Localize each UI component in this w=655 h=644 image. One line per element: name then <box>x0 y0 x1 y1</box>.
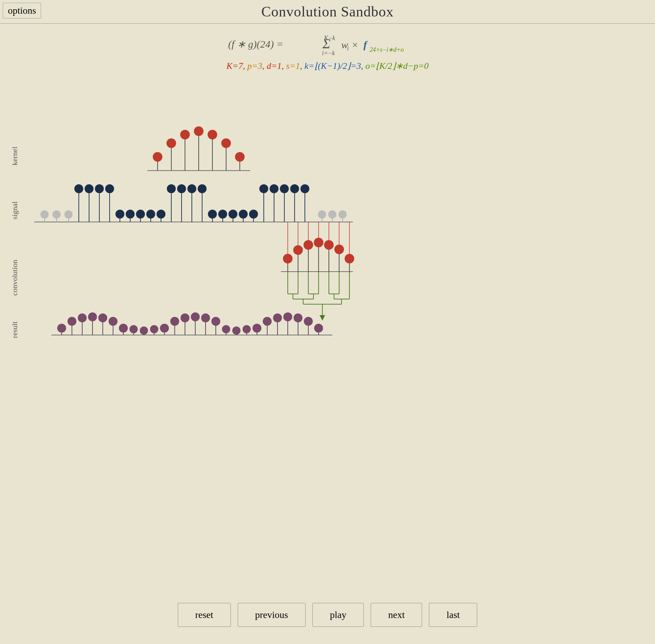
next-button[interactable]: next <box>371 603 422 627</box>
svg-point-74 <box>290 184 299 193</box>
svg-point-85 <box>318 210 326 219</box>
previous-button[interactable]: previous <box>238 603 306 627</box>
svg-point-30 <box>64 210 73 219</box>
svg-point-13 <box>166 138 176 148</box>
svg-point-159 <box>222 325 230 333</box>
svg-point-151 <box>181 313 189 322</box>
svg-point-28 <box>52 210 61 219</box>
svg-point-87 <box>328 210 336 219</box>
svg-text:24×s−i∗d+o: 24×s−i∗d+o <box>370 46 404 53</box>
svg-point-92 <box>283 254 293 263</box>
svg-point-157 <box>211 317 220 326</box>
svg-point-70 <box>270 184 279 193</box>
svg-point-64 <box>239 210 248 219</box>
svg-point-98 <box>314 238 323 247</box>
formula-params: K=7, p=3, d=1, s=1, k=⌊(K−1)/2⌋=3, o=⌊K/… <box>0 61 655 71</box>
svg-point-141 <box>129 325 138 333</box>
svg-point-89 <box>338 210 347 219</box>
svg-point-26 <box>40 210 49 219</box>
svg-point-15 <box>180 130 190 139</box>
svg-point-145 <box>150 325 158 333</box>
svg-point-127 <box>57 324 66 333</box>
svg-text:Σ: Σ <box>322 36 331 51</box>
play-button[interactable]: play <box>312 603 364 627</box>
reset-button[interactable]: reset <box>178 603 231 627</box>
svg-point-165 <box>252 324 261 333</box>
svg-point-161 <box>232 326 240 335</box>
svg-point-131 <box>78 313 87 322</box>
svg-point-56 <box>198 184 207 193</box>
svg-point-173 <box>294 313 302 322</box>
options-button[interactable]: options <box>3 3 41 18</box>
svg-text:i=−k: i=−k <box>322 50 335 57</box>
svg-point-139 <box>119 324 128 333</box>
svg-point-147 <box>160 324 169 333</box>
svg-point-129 <box>67 317 76 326</box>
svg-point-19 <box>208 130 217 139</box>
svg-point-66 <box>249 210 258 219</box>
svg-point-34 <box>85 184 94 193</box>
svg-point-42 <box>126 210 135 219</box>
svg-point-133 <box>88 312 97 321</box>
svg-point-21 <box>221 138 231 148</box>
svg-point-149 <box>170 317 179 326</box>
svg-point-153 <box>191 312 200 321</box>
svg-point-68 <box>259 184 268 193</box>
svg-point-23 <box>235 152 245 162</box>
svg-point-102 <box>334 245 344 254</box>
svg-point-32 <box>74 184 83 193</box>
formula-section: (f ∗ g)(24) = K−k Σ i=−k w i × f 24×s−i∗… <box>0 30 655 71</box>
svg-point-171 <box>283 312 292 321</box>
svg-point-72 <box>280 184 289 193</box>
svg-point-100 <box>324 240 334 250</box>
svg-text:×: × <box>351 39 358 50</box>
last-button[interactable]: last <box>429 603 477 627</box>
svg-point-163 <box>243 325 251 333</box>
svg-point-62 <box>228 210 237 219</box>
svg-point-175 <box>304 317 313 326</box>
svg-text:i: i <box>347 45 349 52</box>
svg-point-54 <box>187 184 196 193</box>
svg-point-167 <box>263 317 272 326</box>
svg-point-60 <box>218 210 227 219</box>
svg-point-135 <box>98 313 107 322</box>
svg-point-48 <box>157 210 165 219</box>
svg-text:f: f <box>363 39 368 50</box>
svg-point-50 <box>167 184 176 193</box>
svg-point-169 <box>273 313 282 322</box>
svg-point-17 <box>194 126 203 136</box>
svg-point-52 <box>177 184 186 193</box>
svg-point-96 <box>304 240 313 250</box>
svg-point-94 <box>293 245 303 255</box>
svg-text:(f ∗ g)(24) =: (f ∗ g)(24) = <box>228 38 283 50</box>
page-title: Convolution Sandbox <box>0 3 655 20</box>
svg-point-11 <box>153 152 162 162</box>
visualization: kernel signal convolution result <box>0 75 655 410</box>
svg-point-155 <box>201 313 210 322</box>
svg-point-104 <box>345 254 354 263</box>
svg-point-38 <box>105 184 114 193</box>
svg-point-177 <box>314 324 323 333</box>
svg-point-40 <box>115 210 124 219</box>
svg-point-137 <box>109 317 118 326</box>
svg-point-46 <box>146 210 155 219</box>
svg-point-58 <box>208 210 217 219</box>
bottom-controls: reset previous play next last <box>0 603 655 627</box>
svg-point-76 <box>300 184 309 193</box>
svg-point-44 <box>136 210 145 219</box>
formula-display: (f ∗ g)(24) = K−k Σ i=−k w i × f 24×s−i∗… <box>0 30 655 58</box>
svg-point-143 <box>140 326 148 335</box>
svg-point-36 <box>95 184 104 193</box>
main-visualization <box>0 75 655 410</box>
